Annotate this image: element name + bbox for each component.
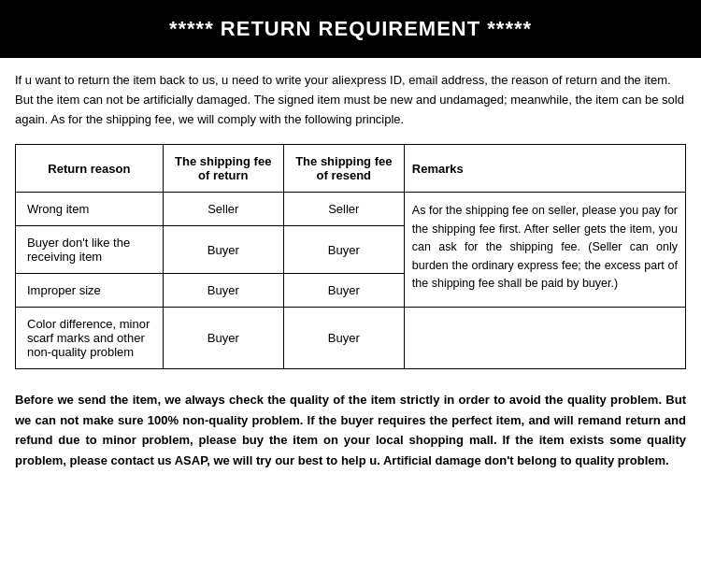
- table-header-row: Return reason The shipping fee of return…: [16, 145, 686, 193]
- shipping-return-color-diff: Buyer: [163, 308, 283, 369]
- header-title: ***** RETURN REQUIREMENT *****: [169, 17, 532, 40]
- header-remarks: Remarks: [404, 145, 685, 193]
- shipping-return-wrong-item: Seller: [163, 193, 283, 226]
- footer-text: Before we send the item, we always check…: [15, 393, 686, 466]
- intro-section: If u want to return the item back to us,…: [0, 58, 701, 140]
- table-row: Color difference, minor scarf marks and …: [16, 308, 686, 369]
- reason-wrong-item: Wrong item: [16, 193, 164, 226]
- table-wrapper: Return reason The shipping fee of return…: [0, 140, 701, 379]
- shipping-resend-wrong-item: Seller: [283, 193, 404, 226]
- header-shipping-return: The shipping fee of return: [163, 145, 283, 193]
- return-table: Return reason The shipping fee of return…: [15, 144, 686, 369]
- reason-color-diff: Color difference, minor scarf marks and …: [16, 308, 164, 369]
- reason-buyer-dislike: Buyer don't like the receiving item: [16, 226, 164, 274]
- table-row: Wrong item Seller Seller As for the ship…: [16, 193, 686, 226]
- intro-text: If u want to return the item back to us,…: [15, 73, 684, 126]
- reason-improper-size: Improper size: [16, 274, 164, 308]
- shipping-resend-improper-size: Buyer: [283, 274, 404, 308]
- footer-section: Before we send the item, we always check…: [0, 379, 701, 485]
- header-reason: Return reason: [16, 145, 164, 193]
- header: ***** RETURN REQUIREMENT *****: [0, 0, 701, 58]
- remarks-empty-cell: [404, 308, 685, 369]
- shipping-resend-buyer-dislike: Buyer: [283, 226, 404, 274]
- header-shipping-resend: The shipping fee of resend: [283, 145, 404, 193]
- remarks-cell: As for the shipping fee on seller, pleas…: [404, 193, 685, 308]
- shipping-return-buyer-dislike: Buyer: [163, 226, 283, 274]
- shipping-return-improper-size: Buyer: [163, 274, 283, 308]
- shipping-resend-color-diff: Buyer: [283, 308, 404, 369]
